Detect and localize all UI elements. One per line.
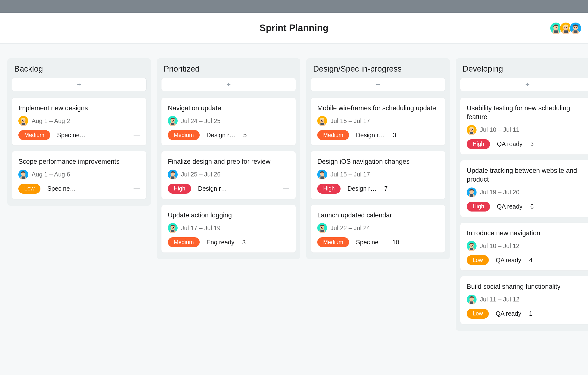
svg-rect-39 bbox=[171, 176, 174, 179]
svg-point-34 bbox=[172, 120, 172, 121]
priority-pill: High bbox=[467, 202, 490, 212]
svg-point-35 bbox=[173, 120, 174, 121]
task-card[interactable]: Update action loggingJul 17 – Jul 19Medi… bbox=[161, 205, 296, 253]
card-date-range: Jul 22 – Jul 24 bbox=[331, 225, 370, 232]
svg-point-5 bbox=[556, 27, 557, 28]
card-date-range: Aug 1 – Aug 6 bbox=[32, 171, 70, 178]
add-card-button[interactable]: + bbox=[460, 78, 588, 91]
plus-icon: + bbox=[376, 80, 380, 89]
svg-rect-63 bbox=[320, 230, 324, 232]
svg-rect-27 bbox=[22, 176, 25, 179]
svg-point-17 bbox=[576, 27, 577, 28]
priority-pill: Low bbox=[467, 255, 489, 265]
task-card[interactable]: Navigation updateJul 24 – Jul 25MediumDe… bbox=[161, 98, 296, 146]
card-date-range: Jul 25 – Jul 26 bbox=[181, 171, 220, 178]
member-avatar-stack[interactable] bbox=[552, 22, 582, 34]
svg-point-29 bbox=[24, 174, 24, 175]
assignee-avatar[interactable] bbox=[317, 170, 327, 179]
member-avatar[interactable] bbox=[569, 22, 582, 34]
status-label: Design r… bbox=[207, 132, 235, 139]
status-label: Eng ready bbox=[207, 239, 234, 246]
card-title: Mobile wireframes for scheduling update bbox=[317, 104, 439, 112]
task-card[interactable]: Implement new designsAug 1 – Aug 2Medium… bbox=[12, 98, 147, 146]
card-date-range: Jul 19 – Jul 20 bbox=[480, 189, 519, 196]
card-date-range: Jul 15 – Jul 17 bbox=[331, 171, 370, 178]
task-card[interactable]: Introduce new navigationJul 10 – Jul 12L… bbox=[460, 223, 588, 271]
empty-field-dash bbox=[283, 188, 289, 189]
svg-point-47 bbox=[173, 227, 174, 228]
card-meta-row: Jul 15 – Jul 17 bbox=[317, 116, 439, 126]
svg-point-58 bbox=[321, 174, 322, 175]
assignee-avatar[interactable] bbox=[168, 223, 178, 233]
card-meta-row: Jul 11 – Jul 12 bbox=[467, 295, 588, 304]
card-bottom-row: MediumDesign r…3 bbox=[317, 130, 439, 140]
svg-point-76 bbox=[471, 191, 471, 192]
assignee-avatar[interactable] bbox=[467, 295, 477, 304]
task-card[interactable]: Finalize design and prep for reviewJul 2… bbox=[161, 151, 296, 199]
card-bottom-row: MediumSpec ne… bbox=[18, 130, 140, 140]
svg-point-82 bbox=[471, 245, 471, 246]
priority-pill: Medium bbox=[168, 237, 200, 247]
svg-point-10 bbox=[564, 27, 565, 28]
assignee-avatar[interactable] bbox=[317, 116, 327, 126]
task-card[interactable]: Usability testing for new scheduling fea… bbox=[460, 98, 588, 155]
card-bottom-row: MediumSpec ne…10 bbox=[317, 237, 439, 247]
assignee-avatar[interactable] bbox=[317, 223, 327, 233]
task-card[interactable]: Scope performance improvementsAug 1 – Au… bbox=[12, 151, 147, 199]
task-card[interactable]: Mobile wireframes for scheduling updateJ… bbox=[311, 98, 445, 146]
assignee-avatar[interactable] bbox=[467, 188, 477, 197]
card-date-range: Aug 1 – Aug 2 bbox=[32, 117, 70, 125]
assignee-avatar[interactable] bbox=[168, 170, 178, 179]
svg-point-52 bbox=[321, 120, 322, 121]
subtask-count: 1 bbox=[529, 310, 532, 317]
svg-point-53 bbox=[323, 120, 323, 121]
assignee-avatar[interactable] bbox=[467, 125, 477, 135]
priority-pill: Low bbox=[18, 184, 40, 194]
task-card[interactable]: Update tracking between website and prod… bbox=[460, 160, 588, 217]
board-column: Prioritized+Navigation updateJul 24 – Ju… bbox=[157, 58, 300, 259]
task-card[interactable]: Design iOS navigation changesJul 15 – Ju… bbox=[311, 151, 445, 199]
status-label: Design r… bbox=[347, 185, 376, 192]
svg-point-89 bbox=[472, 299, 473, 299]
svg-point-77 bbox=[472, 191, 473, 192]
svg-point-40 bbox=[172, 174, 172, 175]
assignee-avatar[interactable] bbox=[18, 170, 28, 179]
add-card-button[interactable]: + bbox=[161, 78, 296, 91]
subtask-count: 6 bbox=[530, 203, 534, 210]
card-meta-row: Jul 10 – Jul 11 bbox=[467, 125, 588, 135]
svg-rect-57 bbox=[320, 176, 324, 179]
project-header: Sprint Planning bbox=[0, 13, 588, 44]
column-title: Backlog bbox=[14, 64, 144, 74]
svg-point-83 bbox=[472, 245, 473, 246]
assignee-avatar[interactable] bbox=[168, 116, 178, 126]
card-meta-row: Jul 22 – Jul 24 bbox=[317, 223, 439, 233]
svg-point-65 bbox=[323, 227, 323, 228]
card-bottom-row: HighQA ready6 bbox=[467, 202, 588, 212]
status-label: Spec ne… bbox=[57, 132, 86, 139]
priority-pill: Medium bbox=[317, 237, 349, 247]
plus-icon: + bbox=[525, 80, 530, 89]
assignee-avatar[interactable] bbox=[18, 116, 28, 126]
add-card-button[interactable]: + bbox=[12, 78, 147, 91]
card-title: Introduce new navigation bbox=[467, 229, 588, 238]
status-label: Spec ne… bbox=[356, 239, 385, 246]
card-date-range: Jul 11 – Jul 12 bbox=[480, 296, 519, 303]
svg-point-11 bbox=[566, 27, 567, 28]
assignee-avatar[interactable] bbox=[467, 241, 477, 251]
priority-pill: Low bbox=[467, 309, 489, 319]
card-date-range: Jul 10 – Jul 11 bbox=[480, 126, 519, 133]
add-card-button[interactable]: + bbox=[311, 78, 445, 91]
card-title: Update action logging bbox=[168, 211, 289, 220]
card-date-range: Jul 24 – Jul 25 bbox=[181, 117, 220, 125]
subtask-count: 10 bbox=[392, 239, 399, 246]
svg-point-41 bbox=[173, 174, 174, 175]
card-meta-row: Jul 15 – Jul 17 bbox=[317, 170, 439, 179]
svg-rect-3 bbox=[554, 30, 558, 33]
card-bottom-row: MediumEng ready3 bbox=[168, 237, 289, 247]
card-bottom-row: LowQA ready1 bbox=[467, 309, 588, 319]
card-title: Navigation update bbox=[168, 104, 289, 112]
task-card[interactable]: Launch updated calendarJul 22 – Jul 24Me… bbox=[311, 205, 445, 253]
task-card[interactable]: Build social sharing functionalityJul 11… bbox=[460, 276, 588, 324]
card-meta-row: Jul 19 – Jul 20 bbox=[467, 188, 588, 197]
svg-point-22 bbox=[22, 120, 23, 121]
